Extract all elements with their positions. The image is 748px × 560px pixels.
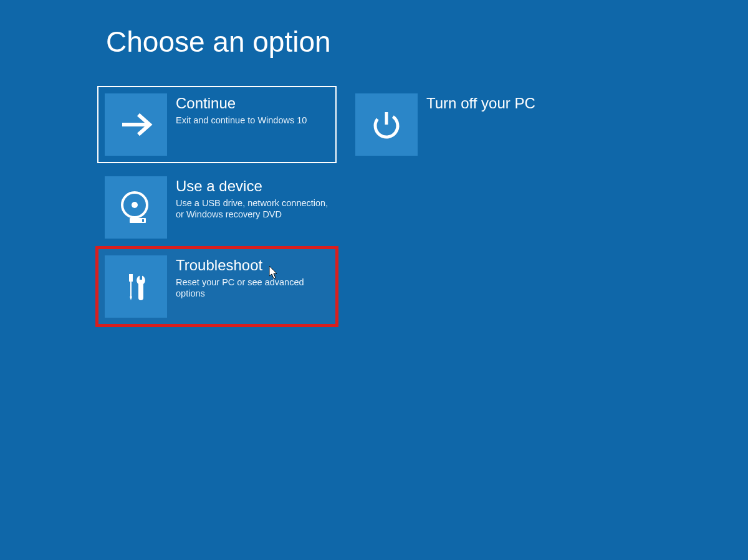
power-icon xyxy=(355,93,418,156)
svg-marker-9 xyxy=(130,297,132,300)
arrow-right-icon xyxy=(105,93,167,156)
disc-icon xyxy=(105,176,167,239)
tools-icon xyxy=(105,255,167,318)
troubleshoot-tile[interactable]: Troubleshoot Reset your PC or see advanc… xyxy=(98,249,335,324)
svg-rect-8 xyxy=(130,282,132,297)
svg-point-4 xyxy=(132,202,138,208)
svg-rect-10 xyxy=(140,274,142,280)
continue-desc: Exit and continue to Windows 10 xyxy=(176,115,307,126)
turnoff-tile[interactable]: Turn off your PC xyxy=(349,87,586,162)
svg-rect-6 xyxy=(142,219,144,222)
svg-rect-7 xyxy=(129,274,133,282)
page-title: Choose an option xyxy=(106,25,331,59)
continue-tile[interactable]: Continue Exit and continue to Windows 10 xyxy=(98,87,335,162)
continue-label: Continue xyxy=(176,95,307,112)
usedevice-desc: Use a USB drive, network connection, or … xyxy=(176,197,329,221)
troubleshoot-label: Troubleshoot xyxy=(176,257,329,274)
usedevice-label: Use a device xyxy=(176,178,329,195)
winre-choose-option-screen: Choose an option Continue Exit and conti… xyxy=(0,0,748,560)
troubleshoot-desc: Reset your PC or see advanced options xyxy=(176,277,329,300)
turnoff-label: Turn off your PC xyxy=(426,95,535,112)
usedevice-tile[interactable]: Use a device Use a USB drive, network co… xyxy=(98,170,335,245)
